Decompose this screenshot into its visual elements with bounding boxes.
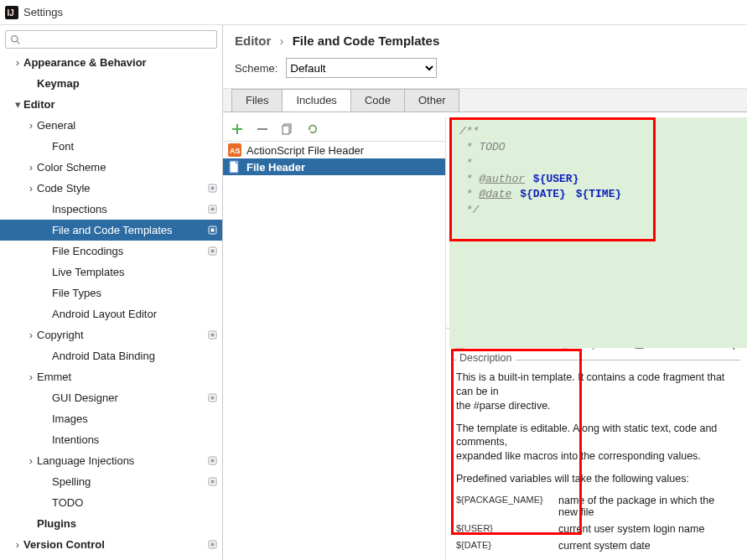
sidebar-item-inspections[interactable]: Inspections bbox=[0, 199, 222, 220]
template-editor[interactable]: /** * TODO * * @author ${USER} * @date $… bbox=[449, 117, 747, 348]
sidebar-item-label: Android Data Binding bbox=[52, 345, 217, 366]
search-input[interactable] bbox=[5, 30, 217, 49]
chevron-icon: › bbox=[12, 534, 23, 555]
remove-icon[interactable] bbox=[255, 122, 270, 137]
tab-files[interactable]: Files bbox=[231, 89, 283, 111]
tab-includes[interactable]: Includes bbox=[282, 89, 350, 111]
per-project-icon bbox=[207, 226, 217, 236]
sidebar-item-label: File and Code Templates bbox=[52, 220, 204, 241]
sidebar-item-todo[interactable]: TODO bbox=[0, 492, 222, 513]
sidebar-item-appearance-behavior[interactable]: ›Appearance & Behavior bbox=[0, 52, 222, 73]
sidebar-item-color-scheme[interactable]: ›Color Scheme bbox=[0, 157, 222, 178]
sidebar-item-label: Keymap bbox=[37, 73, 217, 94]
settings-tree[interactable]: ›Appearance & BehaviorKeymap▾Editor›Gene… bbox=[0, 52, 222, 560]
sidebar-item-file-encodings[interactable]: File Encodings bbox=[0, 241, 222, 262]
copy-icon[interactable] bbox=[280, 122, 295, 137]
per-project-icon bbox=[207, 393, 217, 403]
description-section: Description This is a built-in template.… bbox=[451, 360, 740, 560]
sidebar-item-font[interactable]: Font bbox=[0, 136, 222, 157]
sidebar-item-intentions[interactable]: Intentions bbox=[0, 429, 222, 450]
variable-row: ${DATE}current system date bbox=[456, 540, 735, 552]
app-icon: IJ bbox=[5, 6, 18, 19]
svg-rect-13 bbox=[210, 334, 214, 337]
svg-rect-19 bbox=[210, 480, 214, 484]
svg-line-3 bbox=[17, 41, 19, 44]
svg-text:IJ: IJ bbox=[8, 8, 14, 18]
svg-marker-27 bbox=[309, 128, 311, 131]
sidebar-item-label: Live Templates bbox=[52, 262, 217, 283]
sidebar-item-spelling[interactable]: Spelling bbox=[0, 471, 222, 492]
file-file-icon bbox=[228, 160, 241, 174]
add-icon[interactable] bbox=[230, 122, 245, 137]
as-file-icon: AS bbox=[228, 143, 241, 157]
breadcrumb-sep-icon: › bbox=[275, 34, 289, 48]
variable-name: ${PACKAGE_NAME} bbox=[456, 495, 558, 518]
template-item-label: ActionScript File Header bbox=[246, 144, 364, 157]
scheme-select[interactable]: Default bbox=[286, 58, 437, 78]
breadcrumb-root: Editor bbox=[235, 34, 271, 48]
template-list[interactable]: ASActionScript File HeaderFile Header bbox=[223, 142, 445, 560]
sidebar-item-label: Code Style bbox=[37, 178, 204, 199]
sidebar-item-gui-designer[interactable]: GUI Designer bbox=[0, 387, 222, 408]
per-project-icon bbox=[207, 246, 217, 257]
tab-other[interactable]: Other bbox=[404, 89, 460, 111]
sidebar-item-copyright[interactable]: ›Copyright bbox=[0, 324, 222, 345]
sidebar-item-label: Editor bbox=[23, 94, 217, 115]
sidebar-item-emmet[interactable]: ›Emmet bbox=[0, 366, 222, 387]
svg-rect-17 bbox=[210, 459, 214, 463]
sidebar-item-android-layout-editor[interactable]: Android Layout Editor bbox=[0, 303, 222, 324]
chevron-icon: › bbox=[12, 52, 23, 73]
sidebar-item-file-types[interactable]: File Types bbox=[0, 283, 222, 303]
svg-rect-11 bbox=[210, 250, 214, 253]
variable-row: ${USER}current user system login name bbox=[456, 523, 735, 535]
sidebar-item-label: Spelling bbox=[52, 471, 204, 492]
svg-point-2 bbox=[11, 35, 17, 41]
settings-detail-pane: Editor › File and Code Templates Scheme:… bbox=[223, 25, 747, 560]
sidebar-item-label: Color Scheme bbox=[37, 157, 217, 178]
sidebar-item-label: File Types bbox=[52, 283, 217, 303]
per-project-icon bbox=[207, 477, 217, 487]
svg-rect-21 bbox=[210, 543, 214, 547]
sidebar-item-label: General bbox=[37, 115, 217, 136]
chevron-icon: › bbox=[25, 178, 37, 199]
sidebar-item-live-templates[interactable]: Live Templates bbox=[0, 262, 222, 283]
sidebar-item-code-style[interactable]: ›Code Style bbox=[0, 178, 222, 199]
per-project-icon bbox=[207, 205, 217, 215]
variable-row: ${PACKAGE_NAME}name of the package in wh… bbox=[456, 495, 735, 518]
sidebar-item-label: Images bbox=[52, 408, 217, 429]
variable-name: ${USER} bbox=[456, 523, 558, 535]
sidebar-item-label: File Encodings bbox=[52, 241, 204, 262]
sidebar-item-android-data-binding[interactable]: Android Data Binding bbox=[0, 345, 222, 366]
settings-sidebar: ›Appearance & BehaviorKeymap▾Editor›Gene… bbox=[0, 25, 223, 560]
template-toolbar bbox=[223, 117, 445, 142]
sidebar-item-label: Intentions bbox=[52, 429, 217, 450]
variable-explanation: name of the package in which the new fil… bbox=[558, 495, 735, 518]
sidebar-item-label: Font bbox=[52, 136, 217, 157]
template-item[interactable]: ASActionScript File Header bbox=[223, 142, 445, 158]
sidebar-item-label: Inspections bbox=[52, 199, 204, 220]
svg-rect-9 bbox=[210, 229, 214, 232]
chevron-icon: › bbox=[25, 115, 37, 136]
sidebar-item-label: Plugins bbox=[37, 513, 217, 534]
template-item[interactable]: File Header bbox=[223, 158, 445, 175]
scheme-label: Scheme: bbox=[235, 62, 278, 75]
svg-text:AS: AS bbox=[230, 147, 241, 155]
sidebar-item-file-and-code-templates[interactable]: File and Code Templates bbox=[0, 220, 222, 241]
refresh-icon[interactable] bbox=[305, 122, 320, 137]
sidebar-item-plugins[interactable]: Plugins bbox=[0, 513, 222, 534]
sidebar-item-version-control[interactable]: ›Version Control bbox=[0, 534, 222, 555]
sidebar-item-images[interactable]: Images bbox=[0, 408, 222, 429]
sidebar-item-general[interactable]: ›General bbox=[0, 115, 222, 136]
sidebar-item-editor[interactable]: ▾Editor bbox=[0, 94, 222, 115]
svg-rect-5 bbox=[210, 187, 214, 190]
breadcrumb: Editor › File and Code Templates bbox=[223, 25, 747, 53]
tab-code[interactable]: Code bbox=[350, 89, 405, 111]
per-project-icon bbox=[207, 540, 217, 550]
sidebar-item-label: TODO bbox=[52, 492, 217, 513]
svg-rect-7 bbox=[210, 208, 214, 211]
sidebar-item-keymap[interactable]: Keymap bbox=[0, 73, 222, 94]
sidebar-item-language-injections[interactable]: ›Language Injections bbox=[0, 450, 222, 471]
sidebar-item-label: Android Layout Editor bbox=[52, 303, 217, 324]
per-project-icon bbox=[207, 456, 217, 466]
sidebar-item-label: Appearance & Behavior bbox=[23, 52, 217, 73]
